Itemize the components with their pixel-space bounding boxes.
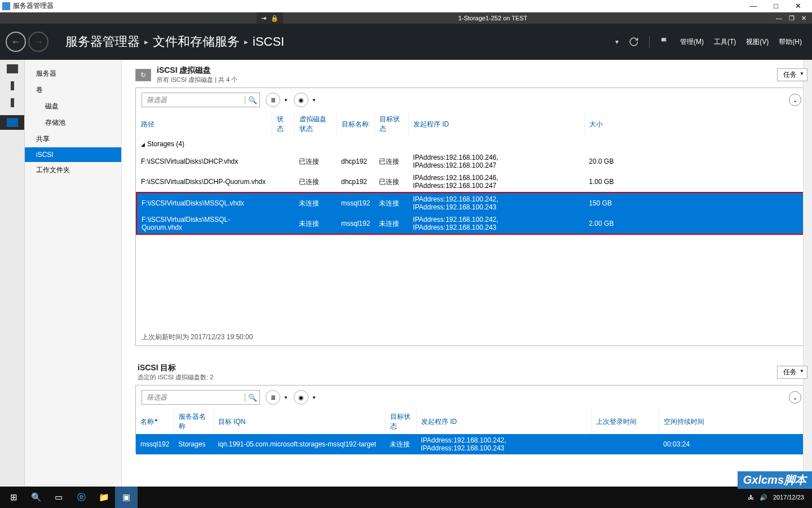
col-target-name[interactable]: 目标名称 [337,112,374,137]
col-initiator[interactable]: 发起程序 ID [416,409,591,434]
sidebar-item-pools[interactable]: 存储池 [25,115,121,131]
rail-all-icon[interactable] [11,98,14,107]
table-row[interactable]: F:\iSCSIVirtualDisks\MSSQL-Quorum.vhdx未连… [136,213,806,234]
filter-input-disks[interactable] [142,96,245,104]
section-disks-subtitle: 所有 iSCSI 虚拟磁盘 | 共 4 个 [157,76,777,84]
targets-table: 名称▲ 服务器名称 目标 IQN 目标状态 发起程序 ID 上次登录时间 空闲持… [136,409,807,454]
col-status[interactable]: 状态 [272,112,294,137]
inner-titlebar: ⇥ 🔒 1-Storage1-252 on TEST — ❐ ✕ [0,12,812,24]
breadcrumb: 服务器管理器 ▸ 文件和存储服务 ▸ iSCSI [54,33,284,50]
section-targets-title: iSCSI 目标 [138,363,777,373]
sidebar-item-disks[interactable]: 磁盘 [25,98,121,115]
rail-storage-icon[interactable] [7,118,18,127]
sidebar-item-iscsi[interactable]: iSCSI [25,147,121,162]
col-server[interactable]: 服务器名称 [174,409,213,434]
save-view-button[interactable]: ◉ [294,390,308,405]
outer-minimize-button[interactable]: — [749,2,757,10]
view-options-button[interactable]: ≣ [266,390,280,405]
disks-panel: 🔍 ≣▼ ◉▼ ⌄ 路径 状态 虚拟磁盘状态 目标名称 目标状态 发起程序 ID… [135,87,807,346]
save-view-button[interactable]: ◉ [294,93,308,107]
icon-rail [0,60,25,487]
filter-disks[interactable]: 🔍 [142,93,260,107]
pin-icon[interactable]: ⇥ [261,15,266,22]
section-disks-title: iSCSI 虚拟磁盘 [157,65,777,76]
rail-dashboard-icon[interactable] [7,64,18,73]
sidebar-item-volumes[interactable]: 卷 [25,82,121,98]
server-manager-taskbar-icon[interactable]: ▣ [115,487,138,508]
section-targets-subtitle: 选定的 iSCSI 虚拟磁盘数: 2 [138,373,777,382]
watermark: Gxlcms脚本 [738,471,812,489]
outer-window-title: 服务器管理器 [13,1,54,11]
col-target-status[interactable]: 目标状态 [374,112,408,137]
section-refresh-icon[interactable]: ↻ [135,69,151,81]
task-view-button[interactable]: ▭ [47,487,70,508]
menu-view[interactable]: 视图(V) [746,37,769,47]
inner-close-button[interactable]: ✕ [801,15,806,22]
breadcrumb-root[interactable]: 服务器管理器 [65,33,140,50]
ie-icon[interactable]: ⓔ [70,487,92,508]
ribbon: ← → 服务器管理器 ▸ 文件和存储服务 ▸ iSCSI ▾ 管理(M) 工具(… [0,24,812,60]
view-options-button[interactable]: ≣ [266,93,280,107]
inner-restore-button[interactable]: ❐ [789,15,795,22]
search-button[interactable]: 🔍 [25,487,47,508]
search-icon[interactable]: 🔍 [245,393,259,402]
disks-table: 路径 状态 虚拟磁盘状态 目标名称 目标状态 发起程序 ID 大小 ◢Stora… [136,112,807,235]
explorer-icon[interactable]: 📁 [92,487,115,508]
connection-bar[interactable]: ⇥ 🔒 [257,12,283,24]
table-row[interactable]: F:\iSCSIVirtualDisks\DHCP.vhdx已连接dhcp192… [136,151,806,172]
col-size[interactable]: 大小 [584,112,806,137]
col-name[interactable]: 名称▲ [136,409,174,434]
filter-input-targets[interactable] [142,393,245,401]
outer-maximize-button[interactable]: □ [774,2,778,10]
outer-close-button[interactable]: ✕ [795,2,801,10]
group-header[interactable]: ◢Storages (4) [136,137,806,151]
sidebar-item-shares[interactable]: 共享 [25,131,121,147]
chevron-right-icon: ▸ [144,37,148,46]
col-path[interactable]: 路径 [136,112,272,137]
chevron-right-icon: ▸ [244,37,248,46]
menu-help[interactable]: 帮助(H) [779,37,802,47]
rail-local-icon[interactable] [11,81,14,90]
col-iqn[interactable]: 目标 IQN [213,409,385,434]
content-area: ↻ iSCSI 虚拟磁盘 所有 iSCSI 虚拟磁盘 | 共 4 个 任务 🔍 … [122,60,812,487]
inner-minimize-button[interactable]: — [776,15,782,22]
lock-icon: 🔒 [271,15,279,22]
table-row[interactable]: mssql192Storagesiqn.1991-05.com.microsof… [136,434,807,454]
outer-titlebar: 服务器管理器 — □ ✕ [0,0,812,12]
search-icon[interactable]: 🔍 [245,96,259,104]
tray-network-icon[interactable]: 🖧 [748,494,754,501]
expand-section-icon[interactable]: ⌄ [789,94,801,106]
start-button[interactable]: ⊞ [2,487,25,508]
tasks-dropdown-targets[interactable]: 任务 [777,366,807,379]
menu-manage[interactable]: 管理(M) [680,37,704,47]
refresh-icon[interactable] [629,37,639,47]
expand-section-icon[interactable]: ⌄ [789,391,801,404]
filter-targets[interactable]: 🔍 [142,390,260,405]
side-nav: 服务器 卷 磁盘 存储池 共享 iSCSI 工作文件夹 [25,60,122,487]
app-icon [2,2,10,10]
targets-panel: 🔍 ≣▼ ◉▼ ⌄ 名称▲ 服务器名称 目标 IQN 目标状态 发起程序 ID … [135,385,807,453]
col-tstatus[interactable]: 目标状态 [385,409,416,434]
sidebar-item-servers[interactable]: 服务器 [25,65,121,82]
col-idle[interactable]: 空闲持续时间 [659,409,806,434]
taskbar: ⊞ 🔍 ▭ ⓔ 📁 ▣ 🖧 🔊 2017/12/23 [0,487,812,508]
table-row[interactable]: F:\iSCSIVirtualDisks\DCHP-Quorum.vhdx已连接… [136,172,806,192]
nav-back-button[interactable]: ← [6,32,26,52]
disks-status-line: 上次刷新时间为 2017/12/23 19:50:00 [136,329,807,345]
menu-tools[interactable]: 工具(T) [714,37,736,47]
flag-icon[interactable] [660,37,670,47]
tasks-dropdown-disks[interactable]: 任务 [777,68,807,81]
inner-window-title: 1-Storage1-252 on TEST [283,15,770,21]
col-initiator[interactable]: 发起程序 ID [408,112,584,137]
breadcrumb-mid[interactable]: 文件和存储服务 [153,33,240,50]
sidebar-item-workfolders[interactable]: 工作文件夹 [25,162,121,178]
col-last-login[interactable]: 上次登录时间 [591,409,659,434]
vertical-scrollbar[interactable] [803,60,812,487]
tray-volume-icon[interactable]: 🔊 [760,494,767,501]
breadcrumb-leaf[interactable]: iSCSI [253,34,284,49]
tray-date[interactable]: 2017/12/23 [773,494,804,501]
nav-forward-button[interactable]: → [28,32,48,52]
table-row[interactable]: F:\iSCSIVirtualDisks\MSSQL.vhdx未连接mssql1… [136,192,806,213]
col-vdisk-status[interactable]: 虚拟磁盘状态 [294,112,337,137]
